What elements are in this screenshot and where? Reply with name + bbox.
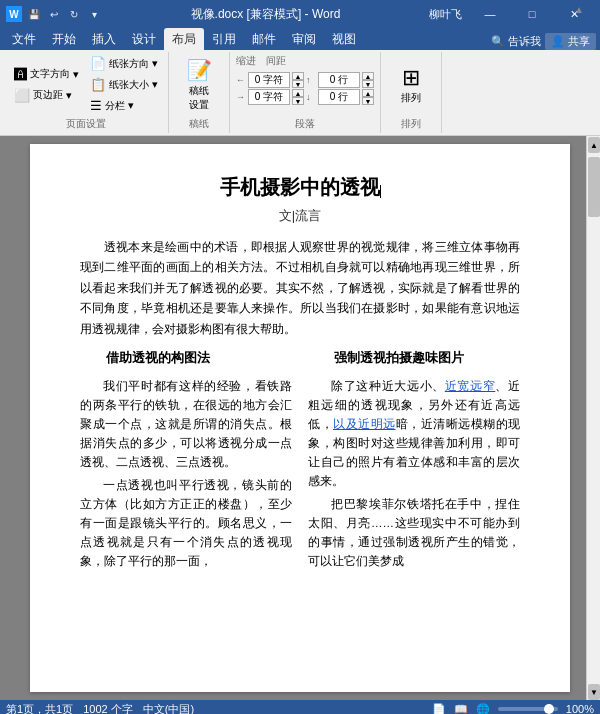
columns-label: 分栏: [105, 99, 125, 113]
text-direction-btn[interactable]: 🅰 文字方向 ▾: [10, 65, 83, 84]
view-mode-print[interactable]: 📄: [432, 703, 446, 715]
tab-mailings[interactable]: 邮件: [244, 28, 284, 50]
save-quick-btn[interactable]: 💾: [26, 6, 42, 22]
spacing-after-input[interactable]: [318, 89, 360, 105]
draft-settings-btn[interactable]: 📝 稿纸设置: [175, 55, 223, 115]
undo-btn[interactable]: ↩: [46, 6, 62, 22]
column-left: 借助透视的构图法 我们平时都有这样的经验，看铁路的两条平行的铁轨，在很远的地方会…: [80, 347, 292, 575]
margins-label: 页边距: [33, 88, 63, 102]
arrange-icon: ⊞: [402, 65, 420, 91]
group-page-setup: 🅰 文字方向 ▾ ⬜ 页边距 ▾ 📄 纸张方向 ▾ 📋 纸: [4, 52, 169, 133]
arrange-label: 排列: [401, 91, 421, 105]
left-indent-up[interactable]: ▲: [292, 72, 304, 80]
orientation-icon: 📄: [90, 56, 106, 71]
text-direction-arrow: ▾: [73, 68, 79, 81]
ribbon-expand-btn[interactable]: ▲: [574, 4, 584, 15]
text-direction-label: 文字方向: [30, 67, 70, 81]
arrange-btn[interactable]: ⊞ 排列: [387, 55, 435, 115]
columns-btn[interactable]: ☰ 分栏 ▾: [86, 96, 162, 115]
scroll-thumb[interactable]: [588, 157, 600, 217]
ribbon-tab-bar: 文件 开始 插入 设计 布局 引用 邮件 审阅 视图 🔍 告诉我 👤 共享: [0, 28, 600, 50]
scroll-up-btn[interactable]: ▲: [588, 137, 600, 153]
col-right-intro: 除了这种近大远小、近宽远窄、近粗远细的透视现象，另外还有近高远低，以及近明远暗，…: [308, 377, 520, 491]
spacing-before-up[interactable]: ▲: [362, 72, 374, 80]
spacing-after-down[interactable]: ▼: [362, 97, 374, 105]
status-lang: 中文(中国): [143, 702, 194, 715]
app-icon: W: [6, 6, 22, 22]
spacing-section-label: 间距: [266, 54, 294, 68]
spacing-before-down[interactable]: ▼: [362, 80, 374, 88]
share-btn[interactable]: 👤 共享: [545, 33, 596, 50]
paragraph-label: 段落: [295, 117, 315, 131]
tab-design[interactable]: 设计: [124, 28, 164, 50]
zoom-thumb: [544, 704, 554, 714]
orientation-btn[interactable]: 📄 纸张方向 ▾: [86, 54, 162, 73]
margins-arrow: ▾: [66, 89, 72, 102]
title-bar: W 💾 ↩ ↻ ▾ 视像.docx [兼容模式] - Word 柳叶飞 — □ …: [0, 0, 600, 28]
tab-insert[interactable]: 插入: [84, 28, 124, 50]
tab-file[interactable]: 文件: [4, 28, 44, 50]
orientation-label: 纸张方向: [109, 57, 149, 71]
status-page: 第1页，共1页: [6, 702, 73, 715]
document-area: 手机摄影中的透视 文|流言 透视本来是绘画中的术语，即根据人观察世界的视觉规律，…: [0, 136, 600, 700]
col-left-text: 我们平时都有这样的经验，看铁路的两条平行的铁轨，在很远的地方会汇聚成一个点，这就…: [80, 377, 292, 571]
scroll-down-btn[interactable]: ▼: [588, 684, 600, 700]
scrollbar[interactable]: ▲ ▼: [586, 136, 600, 700]
view-mode-web[interactable]: 🌐: [476, 703, 490, 715]
right-indent-arrows: ▲ ▼: [292, 89, 304, 105]
spacing-before-icon: ↑: [306, 75, 316, 85]
margins-btn[interactable]: ⬜ 页边距 ▾: [10, 86, 83, 105]
document-body[interactable]: 透视本来是绘画中的术语，即根据人观察世界的视觉规律，将三维立体事物再现到二维平面…: [80, 237, 520, 575]
minimize-btn[interactable]: —: [470, 0, 510, 28]
tab-view[interactable]: 视图: [324, 28, 364, 50]
maximize-btn[interactable]: □: [512, 0, 552, 28]
tab-layout[interactable]: 布局: [164, 28, 204, 50]
paper-size-icon: 📋: [90, 77, 106, 92]
view-mode-read[interactable]: 📖: [454, 703, 468, 715]
tab-home[interactable]: 开始: [44, 28, 84, 50]
spacing-before-arrows: ▲ ▼: [362, 72, 374, 88]
app-name-label: 柳叶飞: [429, 7, 462, 22]
orientation-arrow: ▾: [152, 57, 158, 70]
paper-size-label: 纸张大小: [109, 78, 149, 92]
tell-me-btn[interactable]: 🔍 告诉我: [491, 34, 541, 49]
redo-btn[interactable]: ↻: [66, 6, 82, 22]
body-para1: 透视本来是绘画中的术语，即根据人观察世界的视觉规律，将三维立体事物再现到二维平面…: [80, 237, 520, 339]
link-near-wide[interactable]: 近宽远窄: [445, 380, 496, 392]
col-right-para1: 把巴黎埃菲尔铁塔托在手中，捏住太阳、月亮……这些现实中不可能办到的事情，通过强制…: [308, 495, 520, 571]
customize-qat-btn[interactable]: ▾: [86, 6, 102, 22]
paper-size-arrow: ▾: [152, 78, 158, 91]
col-left-heading: 借助透视的构图法: [80, 347, 292, 369]
link-near-bright[interactable]: 以及近明远: [333, 418, 396, 430]
col-left-para1: 我们平时都有这样的经验，看铁路的两条平行的铁轨，在很远的地方会汇聚成一个点，这就…: [80, 377, 292, 472]
right-indent-up[interactable]: ▲: [292, 89, 304, 97]
text-direction-icon: 🅰: [14, 67, 27, 82]
spacing-after-up[interactable]: ▲: [362, 89, 374, 97]
group-draft: 📝 稿纸设置 稿纸: [169, 52, 230, 133]
document-page: 手机摄影中的透视 文|流言 透视本来是绘画中的术语，即根据人观察世界的视觉规律，…: [30, 144, 570, 692]
right-indent-input[interactable]: [248, 89, 290, 105]
left-indent-input[interactable]: [248, 72, 290, 88]
draft-content: 📝 稿纸设置: [175, 54, 223, 115]
column-right: 强制透视拍摄趣味图片 除了这种近大远小、近宽远窄、近粗远细的透视现象，另外还有近…: [308, 347, 520, 575]
col-left-para2: 一点透视也叫平行透视，镜头前的立方体（比如方方正正的楼盘），至少有一面是跟镜头平…: [80, 476, 292, 571]
tab-review[interactable]: 审阅: [284, 28, 324, 50]
draft-group-label: 稿纸: [189, 117, 209, 131]
zoom-level[interactable]: 100%: [566, 703, 594, 714]
title-bar-right: 柳叶飞 — □ ✕: [429, 0, 594, 28]
left-indent-down[interactable]: ▼: [292, 80, 304, 88]
paper-size-btn[interactable]: 📋 纸张大小 ▾: [86, 75, 162, 94]
status-bar-right: 📄 📖 🌐 100%: [432, 703, 594, 715]
spacing-before-input[interactable]: [318, 72, 360, 88]
status-words: 1002 个字: [83, 702, 133, 715]
group-paragraph: 缩进 间距 ← ▲ ▼ ↑ ▲: [230, 52, 381, 133]
tab-references[interactable]: 引用: [204, 28, 244, 50]
page-setup-content: 🅰 文字方向 ▾ ⬜ 页边距 ▾ 📄 纸张方向 ▾ 📋 纸: [10, 54, 162, 115]
status-bar: 第1页，共1页 1002 个字 中文(中国) 📄 📖 🌐 100%: [0, 700, 600, 714]
zoom-slider[interactable]: [498, 707, 558, 711]
col-right-text: 除了这种近大远小、近宽远窄、近粗远细的透视现象，另外还有近高远低，以及近明远暗，…: [308, 377, 520, 571]
title-bar-left: W 💾 ↩ ↻ ▾: [6, 6, 102, 22]
right-indent-down[interactable]: ▼: [292, 97, 304, 105]
document-columns: 借助透视的构图法 我们平时都有这样的经验，看铁路的两条平行的铁轨，在很远的地方会…: [80, 347, 520, 575]
document-author: 文|流言: [80, 207, 520, 225]
